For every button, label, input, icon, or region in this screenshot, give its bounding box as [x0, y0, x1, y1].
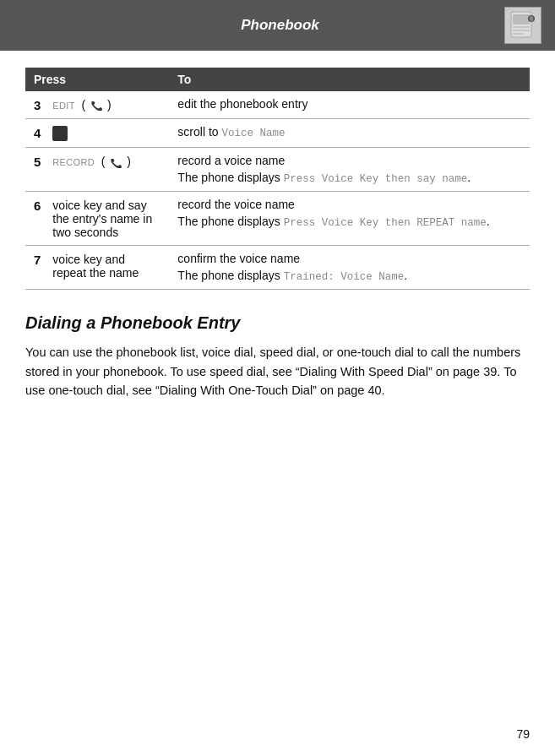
table-row: 3 EDIT ( ) edit the phonebook entry: [25, 91, 530, 119]
to-cell: scroll to Voice Name: [169, 119, 530, 148]
press-cell: voice key and say the entry's name in tw…: [44, 192, 169, 246]
page-header: Phonebook: [0, 0, 555, 51]
to-line: scroll to Voice Name: [177, 125, 521, 139]
display-text-mono: Trained: Voice Name: [284, 271, 405, 283]
display-text-mono: Press Voice Key then REPEAT name: [284, 217, 487, 229]
to-line: edit the phonebook entry: [177, 97, 521, 111]
to-line-2: The phone displays Press Voice Key then …: [177, 171, 521, 185]
press-cell: EDIT ( ): [44, 91, 169, 119]
open-paren: (: [98, 155, 106, 168]
to-cell: record the voice name The phone displays…: [169, 192, 530, 246]
nav-button-icon: [52, 126, 68, 141]
row-number: 4: [25, 119, 44, 148]
phone-icon: [108, 158, 123, 168]
table-header-row: Press To: [25, 68, 530, 91]
close-paren: ): [127, 155, 131, 168]
open-paren: (: [79, 98, 86, 111]
record-label: RECORD: [52, 157, 95, 167]
svg-rect-1: [513, 14, 530, 24]
to-cell: confirm the voice name The phone display…: [169, 246, 530, 290]
row-number: 3: [25, 91, 44, 119]
voice-name-mono: Voice Name: [221, 128, 285, 139]
row-number: 7: [25, 246, 44, 290]
page-title: Phonebook: [56, 17, 504, 34]
close-paren: ): [107, 98, 112, 111]
table-row: 6 voice key and say the entry's name in …: [25, 192, 530, 246]
phone-icon: [89, 101, 104, 111]
row-number: 6: [25, 192, 44, 246]
phonebook-icon: [504, 7, 541, 44]
press-cell: voice key and repeat the name: [44, 246, 169, 290]
display-text-mono: Press Voice Key then say name: [284, 173, 468, 185]
edit-label: EDIT: [52, 101, 74, 111]
table-row: 7 voice key and repeat the name confirm …: [25, 246, 530, 290]
section-heading: Dialing a Phonebook Entry: [25, 313, 530, 333]
table-row: 5 RECORD ( ) record a voice name The pho…: [25, 148, 530, 192]
to-line-1: record the voice name: [177, 198, 521, 211]
to-cell: record a voice name The phone displays P…: [169, 148, 530, 192]
press-cell: [44, 119, 169, 148]
to-line-1: confirm the voice name: [177, 252, 521, 265]
section-body-text: You can use the phonebook list, voice di…: [25, 343, 530, 400]
instructions-table: Press To 3 EDIT ( ) edit the phonebook e…: [25, 68, 530, 290]
col-to-header: To: [169, 68, 530, 91]
row-number: 5: [25, 148, 44, 192]
table-row: 4 scroll to Voice Name: [25, 119, 530, 148]
to-cell: edit the phonebook entry: [169, 91, 530, 119]
col-press-header: Press: [25, 68, 169, 91]
to-line-2: The phone displays Press Voice Key then …: [177, 215, 521, 229]
phonebook-svg-icon: [508, 10, 538, 41]
to-line-2: The phone displays Trained: Voice Name.: [177, 269, 521, 283]
press-cell: RECORD ( ): [44, 148, 169, 192]
main-content: Press To 3 EDIT ( ) edit the phonebook e…: [0, 51, 555, 426]
page-number: 79: [516, 727, 530, 741]
to-line-1: record a voice name: [177, 154, 521, 167]
